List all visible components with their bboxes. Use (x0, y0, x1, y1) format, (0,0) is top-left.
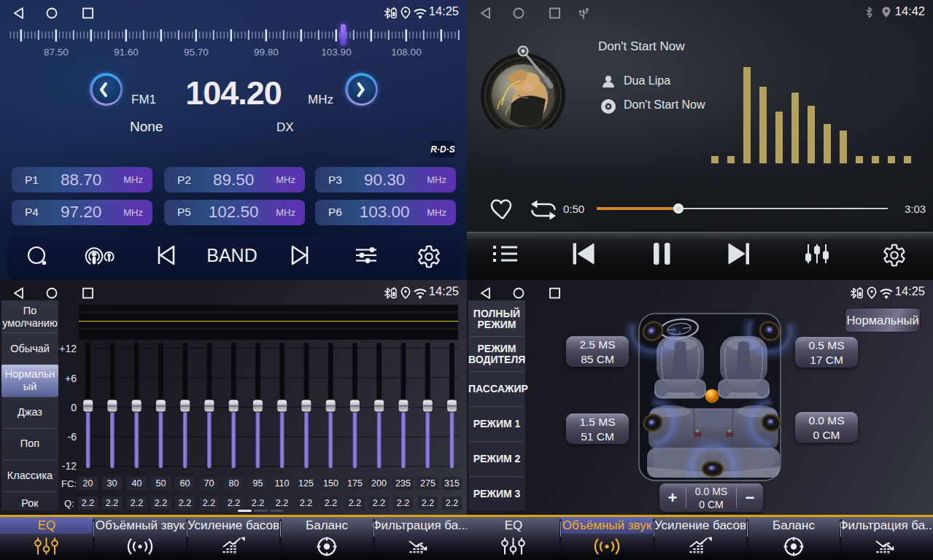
svg-text:BAND: BAND (206, 245, 257, 265)
